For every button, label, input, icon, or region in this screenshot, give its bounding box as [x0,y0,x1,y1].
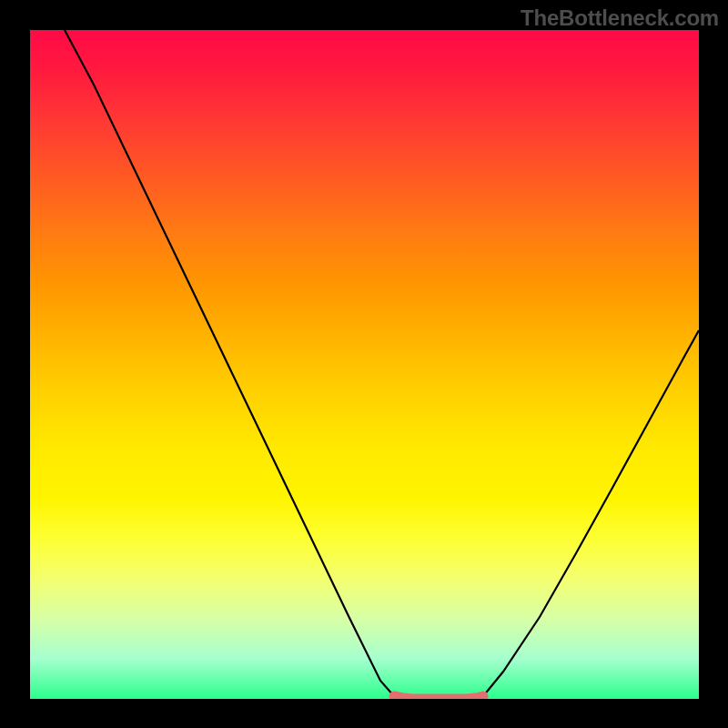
watermark-label: TheBottleneck.com [521,5,719,31]
plot-area [30,30,699,699]
optimal-marker-path [394,696,483,699]
chart-stage: TheBottleneck.com [0,0,728,728]
marker-layer [30,30,699,699]
